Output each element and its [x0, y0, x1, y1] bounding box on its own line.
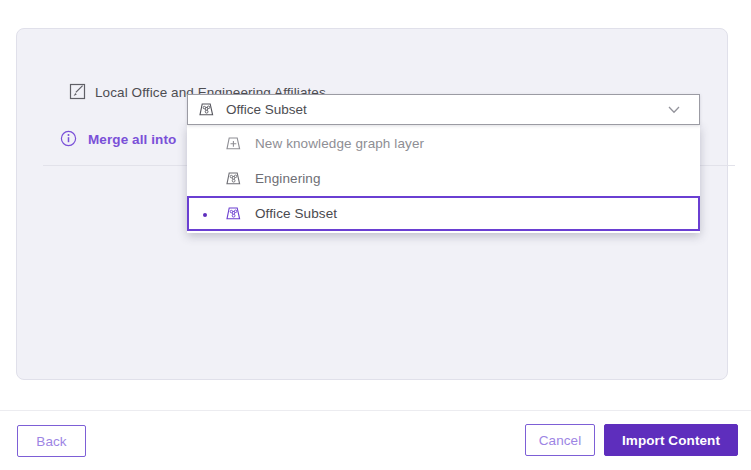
knowledge-graph-layer-icon — [225, 170, 242, 187]
option-office-subset-selected[interactable]: Office Subset — [187, 196, 700, 231]
merge-target-dropdown-list: New knowledge graph layer Enginering — [187, 125, 700, 233]
back-button[interactable]: Back — [17, 425, 86, 457]
chevron-down-icon — [668, 106, 680, 114]
info-icon[interactable] — [60, 130, 77, 147]
option-label: Office Subset — [255, 206, 337, 221]
edit-square-icon — [69, 83, 86, 100]
selected-dot — [203, 213, 207, 217]
option-label: New knowledge graph layer — [255, 136, 424, 151]
import-content-button[interactable]: Import Content — [604, 424, 738, 456]
import-content-dialog: Local Office and Engineering Affiliates … — [0, 0, 751, 470]
new-knowledge-graph-layer-icon — [225, 135, 242, 152]
select-value: Office Subset — [226, 102, 307, 117]
knowledge-graph-layer-icon — [225, 205, 242, 222]
knowledge-graph-layer-icon — [198, 101, 215, 118]
merge-all-into-label: Merge all into — [88, 132, 176, 147]
footer-divider — [0, 410, 751, 411]
option-new-knowledge-graph-layer[interactable]: New knowledge graph layer — [187, 126, 700, 161]
option-enginering[interactable]: Enginering — [187, 161, 700, 196]
merge-target-select[interactable]: Office Subset — [187, 94, 700, 125]
option-label: Enginering — [255, 171, 321, 186]
cancel-button[interactable]: Cancel — [525, 424, 595, 456]
